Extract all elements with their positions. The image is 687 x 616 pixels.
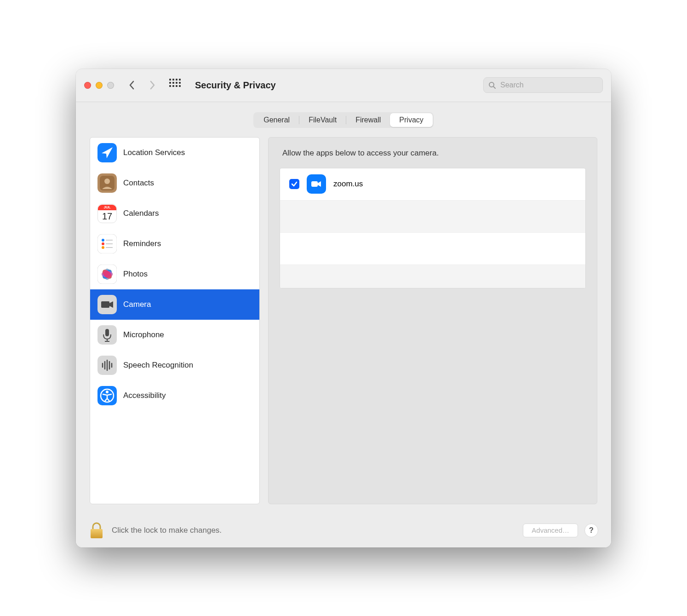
sidebar-item-camera[interactable]: Camera: [90, 289, 259, 320]
window-title: Security & Privacy: [195, 80, 477, 91]
accessibility-icon: [97, 386, 117, 405]
tab-general[interactable]: General: [254, 113, 299, 127]
tab-privacy[interactable]: Privacy: [390, 113, 432, 127]
tab-filevault[interactable]: FileVault: [299, 113, 346, 127]
app-row-empty: [280, 201, 585, 233]
calendar-day-label: 17: [102, 210, 112, 222]
close-window-button[interactable]: [84, 82, 91, 89]
sidebar-item-reminders[interactable]: Reminders: [90, 229, 259, 259]
photos-icon: [97, 265, 117, 284]
toolbar: Security & Privacy: [76, 69, 611, 102]
minimize-window-button[interactable]: [96, 82, 103, 89]
show-all-icon[interactable]: [169, 79, 182, 92]
contacts-icon: [97, 173, 117, 193]
app-name: zoom.us: [333, 179, 363, 189]
zoom-window-button[interactable]: [107, 82, 114, 89]
sidebar-item-location-services[interactable]: Location Services: [90, 138, 259, 168]
sidebar-item-label: Calendars: [123, 209, 159, 218]
app-row-empty: [280, 265, 585, 288]
help-button[interactable]: ?: [584, 524, 598, 537]
svg-point-11: [102, 246, 104, 249]
sidebar-item-label: Accessibility: [123, 391, 166, 400]
app-row-empty: [280, 233, 585, 265]
microphone-icon: [97, 325, 117, 345]
back-button[interactable]: [125, 78, 139, 92]
search-icon: [488, 81, 496, 89]
sidebar-item-label: Camera: [123, 300, 151, 309]
sidebar-item-label: Contacts: [123, 178, 154, 188]
search-input[interactable]: [499, 81, 598, 90]
svg-point-7: [102, 239, 104, 242]
privacy-category-list: Location Services Contacts JUL 17 Calend…: [90, 137, 260, 504]
sidebar-item-microphone[interactable]: Microphone: [90, 320, 259, 350]
advanced-button[interactable]: Advanced…: [523, 524, 578, 537]
main-panel: Location Services Contacts JUL 17 Calend…: [76, 134, 611, 513]
tab-firewall[interactable]: Firewall: [346, 113, 390, 127]
search-field[interactable]: [483, 77, 603, 93]
calendar-month-label: JUL: [98, 205, 116, 210]
sidebar-item-calendars[interactable]: JUL 17 Calendars: [90, 198, 259, 229]
app-row-zoom[interactable]: zoom.us: [280, 168, 585, 201]
svg-line-1: [493, 86, 495, 88]
svg-point-5: [104, 178, 110, 184]
preferences-window: Security & Privacy General FileVault Fir…: [76, 69, 611, 547]
svg-rect-23: [101, 301, 109, 308]
app-permission-list: zoom.us: [280, 168, 586, 288]
tab-bar: General FileVault Firewall Privacy: [76, 102, 611, 134]
content-panel: Allow the apps below to access your came…: [268, 137, 597, 504]
svg-point-36: [106, 391, 109, 393]
svg-rect-37: [311, 181, 318, 187]
lock-hint-text: Click the lock to make changes.: [112, 526, 523, 535]
lock-icon[interactable]: [89, 522, 104, 539]
sidebar-item-label: Speech Recognition: [123, 361, 193, 370]
sidebar-item-contacts[interactable]: Contacts: [90, 168, 259, 198]
sidebar-item-photos[interactable]: Photos: [90, 259, 259, 289]
svg-rect-25: [105, 329, 109, 336]
sidebar-item-label: Location Services: [123, 148, 185, 157]
camera-icon: [97, 295, 117, 314]
svg-point-9: [102, 242, 104, 245]
sidebar-item-speech-recognition[interactable]: Speech Recognition: [90, 350, 259, 380]
sidebar-item-label: Microphone: [123, 330, 164, 340]
zoom-app-icon: [307, 174, 326, 194]
content-description: Allow the apps below to access your came…: [282, 149, 586, 158]
calendar-icon: JUL 17: [97, 204, 117, 223]
footer: Click the lock to make changes. Advanced…: [76, 513, 611, 547]
traffic-lights: [84, 82, 114, 89]
sidebar-item-label: Reminders: [123, 239, 161, 248]
forward-button[interactable]: [145, 78, 159, 92]
waveform-icon: [97, 356, 117, 375]
sidebar-item-accessibility[interactable]: Accessibility: [90, 380, 259, 411]
reminders-icon: [97, 234, 117, 253]
sidebar-item-label: Photos: [123, 270, 148, 279]
svg-rect-39: [91, 529, 103, 538]
location-icon: [97, 143, 117, 162]
app-checkbox[interactable]: [289, 179, 299, 189]
